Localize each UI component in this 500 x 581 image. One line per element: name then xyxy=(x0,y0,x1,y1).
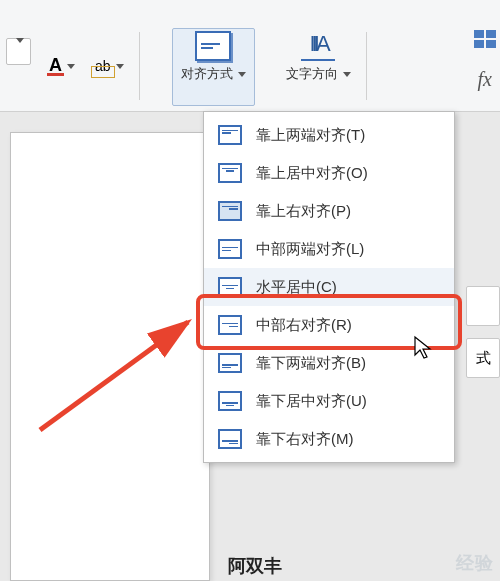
align-top-right-icon xyxy=(218,201,242,221)
align-top-justify-icon xyxy=(218,125,242,145)
align-bottom-justify-icon xyxy=(218,353,242,373)
menu-item-label: 靠下右对齐(M) xyxy=(256,430,354,449)
text-direction-icon: IIIA xyxy=(301,31,335,61)
text-direction-label: 文字方向 xyxy=(286,65,351,83)
menu-item-label: 中部右对齐(R) xyxy=(256,316,352,335)
align-middle-justify-icon xyxy=(218,239,242,259)
menu-item-label: 水平居中(C) xyxy=(256,278,337,297)
align-dropdown-menu: 靠上两端对齐(T) 靠上居中对齐(O) 靠上右对齐(P) 中部两端对齐(L) 水… xyxy=(203,111,455,463)
unknown-dropdown[interactable] xyxy=(6,38,31,65)
align-top-center-icon xyxy=(218,163,242,183)
align-icon xyxy=(195,31,231,61)
menu-item-label: 靠下两端对齐(B) xyxy=(256,354,366,373)
chevron-down-icon xyxy=(238,72,246,77)
chevron-down-icon xyxy=(67,64,75,69)
menu-item-align-center[interactable]: 水平居中(C) xyxy=(204,268,454,306)
menu-item-align-middle-right[interactable]: 中部右对齐(R) xyxy=(204,306,454,344)
side-panel-button[interactable]: 式 xyxy=(466,338,500,378)
align-middle-right-icon xyxy=(218,315,242,335)
align-bottom-right-icon xyxy=(218,429,242,449)
font-color-icon: A xyxy=(47,57,64,76)
menu-item-align-middle-justify[interactable]: 中部两端对齐(L) xyxy=(204,230,454,268)
document-page xyxy=(10,132,210,581)
menu-item-label: 中部两端对齐(L) xyxy=(256,240,364,259)
page-footer-text: 阿双丰 xyxy=(228,554,282,578)
menu-item-align-bottom-justify[interactable]: 靠下两端对齐(B) xyxy=(204,344,454,382)
align-center-icon xyxy=(218,277,242,297)
highlight-icon: ab xyxy=(93,59,113,75)
menu-item-label: 靠上两端对齐(T) xyxy=(256,126,365,145)
chevron-down-icon xyxy=(116,64,124,69)
text-direction-button[interactable]: IIIA 文字方向 xyxy=(277,28,360,106)
menu-item-label: 靠下居中对齐(U) xyxy=(256,392,367,411)
ribbon-toolbar: A ab 对齐方式 IIIA 文字方向 fx xyxy=(0,0,500,112)
menu-item-label: 靠上居中对齐(O) xyxy=(256,164,368,183)
side-panel-button[interactable] xyxy=(466,286,500,326)
menu-item-align-bottom-right[interactable]: 靠下右对齐(M) xyxy=(204,420,454,458)
menu-item-align-top-justify[interactable]: 靠上两端对齐(T) xyxy=(204,116,454,154)
fx-icon[interactable]: fx xyxy=(474,64,496,95)
font-color-button[interactable]: A xyxy=(40,52,82,81)
align-button-label: 对齐方式 xyxy=(181,65,246,83)
menu-item-align-top-right[interactable]: 靠上右对齐(P) xyxy=(204,192,454,230)
align-bottom-center-icon xyxy=(218,391,242,411)
group-divider xyxy=(139,32,140,100)
highlight-button[interactable]: ab xyxy=(86,54,131,80)
chevron-down-icon xyxy=(343,72,351,77)
table-icon[interactable] xyxy=(474,30,496,48)
group-divider xyxy=(366,32,367,100)
align-button[interactable]: 对齐方式 xyxy=(172,28,255,106)
menu-item-align-bottom-center[interactable]: 靠下居中对齐(U) xyxy=(204,382,454,420)
menu-item-align-top-center[interactable]: 靠上居中对齐(O) xyxy=(204,154,454,192)
menu-item-label: 靠上右对齐(P) xyxy=(256,202,351,221)
